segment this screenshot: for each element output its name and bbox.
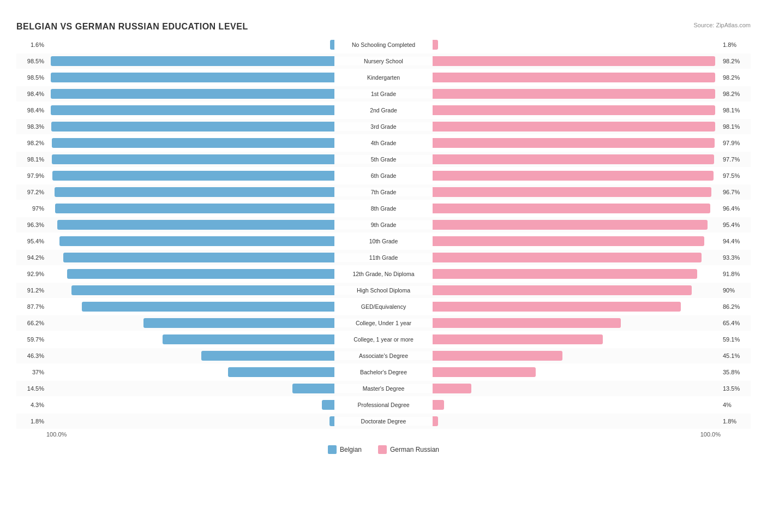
right-bar (433, 56, 715, 66)
left-bar-container (46, 350, 334, 361)
row-inner: 91.2% High School Diploma 90% (16, 283, 751, 298)
left-bar (292, 384, 334, 393)
source-label: Source: ZipAtlas.com (693, 22, 751, 28)
right-bar-container (433, 367, 721, 378)
row-inner: 1.8% Doctorate Degree 1.8% (16, 414, 751, 429)
left-bar-container (46, 219, 334, 230)
table-row: 94.2% 11th Grade 93.3% (16, 250, 751, 265)
left-bar-container (46, 268, 334, 279)
belgian-color-box (328, 445, 337, 454)
row-inner: 46.3% Associate's Degree 45.1% (16, 348, 751, 363)
right-value: 97.7% (721, 156, 751, 163)
right-bar (433, 73, 715, 82)
left-bar-container (46, 170, 334, 181)
left-bar (55, 204, 334, 213)
legend-german-russian: German Russian (378, 445, 439, 454)
left-bar (51, 56, 334, 66)
left-bar (201, 351, 334, 361)
left-value: 1.6% (16, 41, 46, 48)
table-row: 98.4% 2nd Grade 98.1% (16, 103, 751, 118)
row-inner: 97.2% 7th Grade 96.7% (16, 184, 751, 200)
left-value: 98.4% (16, 107, 46, 113)
right-value: 98.1% (721, 107, 751, 113)
right-bar-container (433, 399, 721, 410)
right-bar (433, 204, 710, 213)
right-bar-container (433, 334, 721, 345)
table-row: 1.8% Doctorate Degree 1.8% (16, 414, 751, 429)
right-bar-container (433, 350, 721, 361)
left-value: 66.2% (16, 320, 46, 326)
left-value: 46.3% (16, 352, 46, 359)
center-label: 9th Grade (334, 220, 433, 229)
left-bar-container (46, 72, 334, 83)
table-row: 4.3% Professional Degree 4% (16, 397, 751, 413)
left-bar-container (46, 383, 334, 394)
row-inner: 37% Bachelor's Degree 35.8% (16, 364, 751, 380)
left-value: 59.7% (16, 336, 46, 343)
right-bar-container (433, 170, 721, 181)
row-inner: 87.7% GED/Equivalency 86.2% (16, 299, 751, 314)
legend: Belgian German Russian (16, 445, 751, 454)
right-value: 86.2% (721, 303, 751, 310)
bottom-left-label: 100.0% (46, 431, 67, 438)
left-value: 97.9% (16, 172, 46, 179)
left-bar (63, 253, 334, 262)
bottom-right-label: 100.0% (700, 431, 721, 438)
right-bar (433, 187, 711, 197)
right-value: 1.8% (721, 41, 751, 48)
right-bar (433, 384, 471, 393)
left-bar-container (46, 285, 334, 296)
right-value: 1.8% (721, 418, 751, 425)
right-bar (433, 40, 438, 50)
right-bar-container (433, 318, 721, 328)
left-bar-container (46, 399, 334, 410)
center-label: 12th Grade, No Diploma (334, 270, 433, 278)
center-label: 8th Grade (334, 204, 433, 213)
row-inner: 98.4% 1st Grade 98.2% (16, 86, 751, 101)
left-bar (67, 269, 335, 279)
right-bar-container (433, 268, 721, 279)
table-row: 98.5% Nursery School 98.2% (16, 53, 751, 69)
row-inner: 4.3% Professional Degree 4% (16, 397, 751, 413)
left-value: 91.2% (16, 287, 46, 294)
left-bar-container (46, 39, 334, 50)
right-value: 94.4% (721, 238, 751, 244)
left-value: 14.5% (16, 385, 46, 392)
left-bar (330, 40, 334, 50)
left-value: 98.1% (16, 156, 46, 163)
right-bar (433, 105, 715, 115)
right-bar-container (433, 252, 721, 263)
left-bar (52, 138, 334, 148)
right-value: 65.4% (721, 320, 751, 326)
left-bar (51, 122, 334, 131)
center-label: Professional Degree (334, 401, 433, 409)
row-inner: 98.5% Nursery School 98.2% (16, 53, 751, 69)
row-inner: 59.7% College, 1 year or more 59.1% (16, 332, 751, 347)
left-bar-container (46, 187, 334, 198)
center-label: High School Diploma (334, 286, 433, 295)
left-bar (55, 187, 334, 197)
left-value: 1.8% (16, 418, 46, 425)
german-russian-color-box (378, 445, 387, 454)
left-bar-container (46, 367, 334, 378)
right-value: 45.1% (721, 352, 751, 359)
right-value: 95.4% (721, 222, 751, 228)
left-value: 95.4% (16, 238, 46, 244)
right-bar (433, 236, 704, 246)
row-inner: 1.6% No Schooling Completed 1.8% (16, 37, 751, 52)
table-row: 98.5% Kindergarten 98.2% (16, 70, 751, 85)
left-bar-container (46, 318, 334, 328)
left-bar (59, 236, 334, 246)
left-bar-container (46, 301, 334, 312)
center-label: 1st Grade (334, 89, 433, 98)
bar-chart: 1.6% No Schooling Completed 1.8% 98.5% N… (16, 37, 751, 429)
table-row: 92.9% 12th Grade, No Diploma 91.8% (16, 266, 751, 282)
left-bar-container (46, 105, 334, 116)
right-value: 35.8% (721, 369, 751, 375)
right-bar (433, 318, 621, 328)
center-label: Nursery School (334, 57, 433, 65)
table-row: 87.7% GED/Equivalency 86.2% (16, 299, 751, 314)
left-bar (322, 400, 334, 410)
left-bar (57, 220, 334, 230)
left-bar (51, 89, 334, 99)
